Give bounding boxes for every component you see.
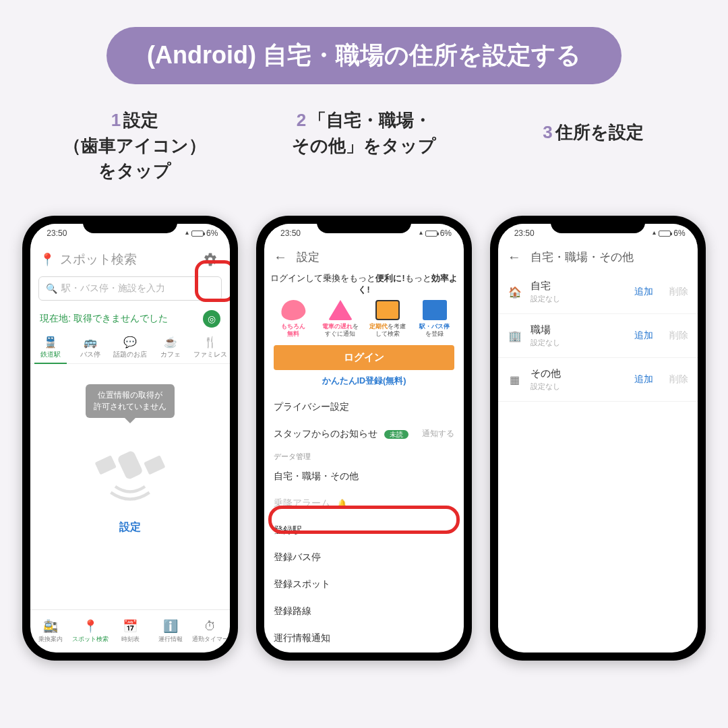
ticket-icon: [375, 300, 400, 320]
back-button[interactable]: ←: [274, 249, 287, 265]
delete-button[interactable]: 削除: [669, 373, 688, 386]
promo-teiki: 定期代を考慮して検索: [367, 300, 408, 338]
tab-label: ファミレス: [193, 351, 227, 358]
screen-title: スポット検索: [60, 251, 200, 268]
search-input[interactable]: 🔍 駅・バス停・施設を入力: [38, 276, 222, 301]
locate-me-button[interactable]: ◎: [203, 310, 220, 328]
settings-item-registered-stations[interactable]: 登録駅: [264, 517, 464, 544]
settings-item-home-work-other[interactable]: 自宅・職場・その他: [264, 463, 464, 490]
tab-label: バス停: [80, 351, 100, 358]
item-label: 運行情報通知: [274, 632, 330, 644]
row-title: 自宅: [530, 280, 626, 293]
step-1-caption: 1設定 （歯車アイコン） をタップ: [27, 108, 243, 184]
add-button[interactable]: 追加: [634, 286, 653, 298]
step-1-number: 1: [111, 110, 121, 130]
settings-item-registered-bus-stops[interactable]: 登録バス停: [264, 544, 464, 571]
step-2-caption: 2「自宅・職場・ その他」をタップ: [256, 108, 472, 184]
login-button[interactable]: ログイン: [274, 345, 454, 370]
tab-family-restaurant[interactable]: 🍴ファミレス: [190, 333, 230, 363]
add-button[interactable]: 追加: [634, 373, 653, 386]
promo-label: もちろん: [281, 323, 305, 330]
step-3-caption: 3住所を設定: [485, 108, 701, 184]
battery-icon: [425, 231, 437, 237]
transfer-icon: 🚉: [43, 619, 58, 634]
promo-text: ログインして乗換をもっと: [270, 274, 375, 283]
open-settings-link[interactable]: 設定: [119, 520, 141, 535]
row-subtitle: 設定なし: [530, 382, 626, 392]
easy-id-register-link[interactable]: かんたんID登録(無料): [264, 375, 464, 387]
login-promo-heading: ログインして乗換をもっと便利に!もっと効率よく!: [264, 270, 464, 300]
settings-item-privacy[interactable]: プライバシー設定: [264, 394, 464, 421]
warning-triangle-icon: [328, 300, 353, 320]
item-label: 登録バス停: [274, 551, 321, 564]
add-button[interactable]: 追加: [634, 330, 653, 342]
delete-button[interactable]: 削除: [669, 286, 688, 298]
clock-icon: ⏱: [204, 619, 216, 634]
phone-notch: [83, 216, 177, 233]
step-2-text-l2: その他」をタップ: [292, 135, 436, 156]
tooltip-line1: 位置情報の取得が: [98, 390, 162, 400]
screen-title: 自宅・職場・その他: [530, 249, 634, 265]
search-placeholder: 駅・バス停・施設を入力: [61, 282, 165, 295]
address-row-other: ▦ その他 設定なし 追加 削除: [498, 358, 698, 402]
status-time: 23:50: [47, 229, 67, 238]
item-label: 登録路線: [274, 605, 311, 617]
delete-button[interactable]: 削除: [669, 330, 688, 342]
svg-rect-0: [95, 455, 117, 475]
item-label: プライバシー設定: [274, 401, 349, 413]
section-label-data: データ管理: [264, 448, 464, 463]
promo-delay: 電車の遅れをすぐに通知: [320, 300, 361, 338]
wifi-icon: [185, 229, 189, 238]
tab-bus-stop[interactable]: 🚌バス停: [71, 333, 111, 363]
wifi-icon: [419, 229, 423, 238]
wifi-icon: [653, 229, 656, 238]
promo-text: もっと: [405, 274, 431, 283]
cafe-icon: ☕: [150, 336, 190, 348]
settings-item-staff-news[interactable]: スタッフからのお知らせ 未読 通知する: [264, 421, 464, 448]
status-time: 23:50: [280, 229, 301, 238]
phone-frame-3: 23:50 6% ← 自宅・職場・その他 🏠 自宅 設定なし: [490, 216, 706, 661]
nav-service-status[interactable]: ℹ️運行情報: [150, 610, 190, 653]
home-icon: 🏠: [508, 286, 522, 299]
tab-cafe[interactable]: ☕カフェ: [150, 333, 190, 363]
promo-free: もちろん無料: [273, 300, 313, 338]
settings-item-registered-lines[interactable]: 登録路線: [264, 598, 464, 625]
settings-gear-button[interactable]: [200, 249, 220, 270]
step-3-number: 3: [543, 122, 552, 142]
nav-label: スポット検索: [72, 635, 109, 644]
nav-label: 運行情報: [158, 635, 183, 644]
item-label: 登録駅: [274, 524, 302, 537]
battery-icon: [191, 231, 204, 237]
satellite-icon: [93, 429, 167, 503]
tab-label: 話題のお店: [113, 351, 147, 358]
settings-item-alarm[interactable]: 乗降アラーム 🔔: [264, 490, 464, 517]
phone-notch: [317, 216, 411, 233]
step-2-number: 2: [297, 110, 306, 130]
settings-item-service-info-notify[interactable]: 運行情報通知: [264, 625, 464, 652]
other-icon: ▦: [508, 373, 522, 386]
step-1-text-l1: 設定: [123, 110, 158, 130]
status-battery: 6%: [206, 229, 218, 238]
settings-item-registered-spots[interactable]: 登録スポット: [264, 571, 464, 598]
login-promo-icons: もちろん無料 電車の遅れをすぐに通知 定期代を考慮して検索 駅・バス停を登録: [264, 300, 464, 344]
nav-commute-timer[interactable]: ⏱通勤タイマー: [190, 610, 230, 653]
unread-badge: 未読: [384, 430, 408, 439]
item-label: スタッフからのお知らせ: [274, 428, 377, 439]
phone-frame-2: 23:50 6% ← 設定 ログインして乗換をもっと便利に!もっと効率よく! も…: [256, 216, 472, 661]
back-button[interactable]: ←: [508, 249, 521, 265]
tab-popular[interactable]: 💬話題のお店: [111, 333, 150, 363]
promo-text-bold: 便利に!: [375, 274, 404, 283]
search-icon: 🔍: [46, 283, 57, 294]
promo-label: 無料: [287, 330, 299, 338]
nav-label: 時刻表: [121, 635, 140, 644]
nav-timetable[interactable]: 📅時刻表: [111, 610, 150, 653]
item-label: 乗降アラーム: [274, 497, 330, 508]
nav-spot-search[interactable]: 📍スポット検索: [71, 610, 111, 653]
battery-icon: [659, 231, 671, 237]
tab-label: カフェ: [160, 351, 181, 358]
tab-train-station[interactable]: 🚆鉄道駅: [30, 333, 70, 363]
phone-frame-1: 23:50 6% 📍 スポット検索 🔍 駅・バス停・施設を入力: [22, 216, 238, 661]
bell-icon: 🔔: [337, 499, 347, 508]
tab-label: 鉄道駅: [40, 351, 61, 358]
nav-transfer[interactable]: 🚉乗換案内: [30, 610, 70, 653]
